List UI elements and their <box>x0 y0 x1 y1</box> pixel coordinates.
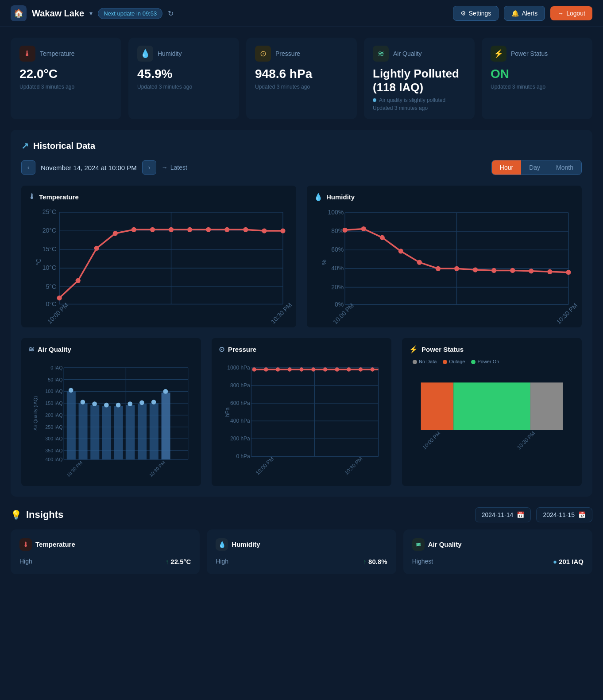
humidity-label: Humidity <box>158 50 182 57</box>
svg-point-99 <box>139 400 144 405</box>
dot-icon: ● <box>553 558 557 565</box>
insight-humidity-icon: 💧 <box>216 538 228 551</box>
svg-point-97 <box>116 403 121 408</box>
day-button[interactable]: Day <box>521 160 548 175</box>
svg-point-21 <box>150 227 155 232</box>
svg-point-127 <box>335 367 339 371</box>
chart-nav: ‹ November 14, 2024 at 10:00 PM › → Late… <box>21 160 582 175</box>
svg-text:15°C: 15°C <box>43 246 56 253</box>
refresh-icon[interactable]: ↻ <box>168 9 174 18</box>
svg-text:10°C: 10°C <box>43 264 56 272</box>
logout-button[interactable]: → Logout <box>550 6 592 20</box>
svg-text:10:30 PM: 10:30 PM <box>555 302 579 326</box>
humidity-chart-icon: 💧 <box>314 193 323 201</box>
svg-point-20 <box>131 227 136 232</box>
temperature-value: 22.0°C <box>19 67 112 81</box>
calendar-start-icon: 📅 <box>517 511 524 518</box>
svg-text:150 IAQ: 150 IAQ <box>45 401 62 406</box>
metric-card-airquality: ≋ Air Quality Lightly Polluted (118 IAQ)… <box>364 38 475 119</box>
settings-button[interactable]: ⚙ Settings <box>453 6 499 21</box>
logout-icon: → <box>557 10 564 17</box>
temperature-chart: 🌡 Temperature 25°C 20°C 15°C 10°C <box>21 186 296 327</box>
date-end-value: 2024-11-15 <box>543 511 575 518</box>
app-title: Wakaw Lake <box>32 8 84 19</box>
header: 🏠 Wakaw Lake ▾ Next update in 09:53 ↻ ⚙ … <box>0 0 603 27</box>
legend-no-data: No Data <box>413 359 437 364</box>
air-quality-dot <box>373 98 376 102</box>
svg-text:%: % <box>321 260 328 265</box>
svg-point-22 <box>169 227 174 232</box>
svg-text:600 hPa: 600 hPa <box>230 400 250 406</box>
insight-aq-highest-label: Highest <box>412 558 433 565</box>
metric-card-temperature: 🌡 Temperature 22.0°C Updated 3 minutes a… <box>11 38 121 119</box>
svg-text:400 hPa: 400 hPa <box>230 418 250 424</box>
pressure-updated: Updated 3 minutes ago <box>255 84 348 90</box>
insight-aq-highest-value: ● 201 IAQ <box>553 558 584 565</box>
svg-point-28 <box>280 229 285 233</box>
svg-point-16 <box>57 296 62 300</box>
pressure-value: 948.6 hPa <box>255 67 348 81</box>
alerts-button[interactable]: 🔔 Alerts <box>504 6 545 21</box>
svg-point-96 <box>104 403 109 408</box>
location-chevron[interactable]: ▾ <box>89 10 93 17</box>
nav-next-button[interactable]: › <box>142 160 156 175</box>
insight-temp-label: Temperature <box>35 541 75 548</box>
svg-rect-91 <box>150 403 158 459</box>
hour-button[interactable]: Hour <box>492 160 521 175</box>
month-button[interactable]: Month <box>548 160 581 175</box>
svg-text:300 IAQ: 300 IAQ <box>45 436 62 441</box>
svg-text:80%: 80% <box>331 228 344 235</box>
logo: 🏠 <box>11 5 27 21</box>
svg-text:20°C: 20°C <box>43 227 56 234</box>
svg-text:50 IAQ: 50 IAQ <box>48 377 62 382</box>
date-end-input[interactable]: 2024-11-15 📅 <box>536 507 592 522</box>
svg-point-59 <box>566 270 571 275</box>
historical-icon: ↗ <box>21 140 29 151</box>
power-label: Power Status <box>511 50 548 57</box>
aq-chart-icon: ≋ <box>28 345 34 354</box>
time-range-buttons: Hour Day Month <box>491 160 582 175</box>
svg-text:60%: 60% <box>331 246 344 253</box>
svg-point-128 <box>347 367 351 371</box>
power-updated: Updated 3 minutes ago <box>491 84 584 90</box>
calendar-end-icon: 📅 <box>578 511 586 518</box>
latest-button[interactable]: → Latest <box>162 164 187 171</box>
svg-point-101 <box>163 389 168 394</box>
date-start-input[interactable]: 2024-11-14 📅 <box>475 507 531 522</box>
svg-rect-88 <box>114 406 123 459</box>
svg-rect-86 <box>90 405 99 459</box>
svg-point-49 <box>380 235 385 240</box>
svg-rect-89 <box>126 405 135 459</box>
insight-aq-label: Air Quality <box>428 541 462 548</box>
svg-text:10:00 PM: 10:00 PM <box>421 430 441 451</box>
svg-text:°C: °C <box>35 259 42 266</box>
svg-point-54 <box>473 268 478 272</box>
latest-arrow-icon: → <box>162 164 168 171</box>
nav-prev-button[interactable]: ‹ <box>21 160 35 175</box>
svg-rect-92 <box>162 393 170 459</box>
legend-outage: Outage <box>443 359 465 364</box>
arrow-up-icon: ↑ <box>363 558 367 565</box>
insight-humidity-high-label: High <box>216 558 228 565</box>
airquality-chart: ≋ Air Quality 0 IAQ 50 IAQ 1 <box>21 338 201 486</box>
metric-card-power: ⚡ Power Status ON Updated 3 minutes ago <box>482 38 592 119</box>
svg-point-124 <box>299 367 303 371</box>
svg-rect-87 <box>102 406 111 459</box>
pressure-label: Pressure <box>275 50 300 57</box>
nav-date: November 14, 2024 at 10:00 PM <box>41 164 137 171</box>
humidity-chart-title: Humidity <box>326 193 355 201</box>
svg-point-53 <box>454 266 459 271</box>
svg-point-129 <box>359 367 363 371</box>
power-icon: ⚡ <box>491 46 506 62</box>
insights-title-text: Insights <box>26 509 63 521</box>
power-chart-icon: ⚡ <box>409 345 418 354</box>
svg-text:800 hPa: 800 hPa <box>230 382 250 389</box>
historical-section: ↗ Historical Data ‹ November 14, 2024 at… <box>11 130 592 497</box>
svg-text:5°C: 5°C <box>46 283 57 290</box>
pressure-chart-icon: ⊙ <box>219 345 224 354</box>
svg-point-122 <box>276 367 280 371</box>
svg-point-19 <box>113 231 118 236</box>
svg-point-126 <box>323 367 327 371</box>
svg-rect-133 <box>421 382 453 430</box>
legend-power-on: Power On <box>471 359 499 364</box>
